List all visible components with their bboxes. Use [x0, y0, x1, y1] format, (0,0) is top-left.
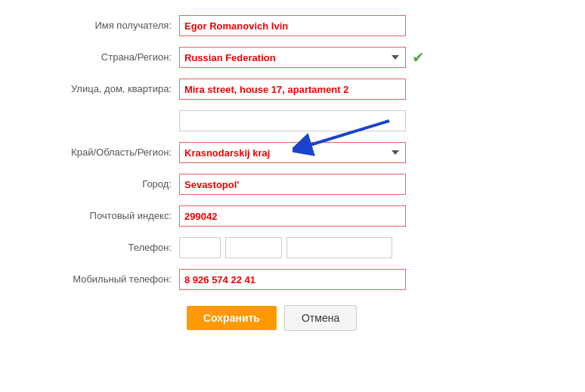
mobile-field [179, 269, 527, 290]
street-row: Улица, дом, квартира: [58, 79, 527, 100]
region-row: Край/Область/Регион: Krasnodarskij kraj [58, 142, 527, 163]
city-row: Город: [58, 174, 527, 195]
country-field: Russian Federation ✔ [179, 47, 527, 68]
phone-input-3[interactable] [286, 237, 392, 258]
zip-row: Почтовый индекс: [58, 205, 527, 227]
phone-input-1[interactable] [179, 237, 221, 258]
zip-input[interactable] [179, 205, 406, 227]
phone-field [179, 237, 527, 258]
mobile-row: Мобильный телефон: [58, 269, 527, 290]
svg-line-1 [300, 121, 389, 148]
arrow-indicator [292, 119, 391, 157]
mobile-label: Мобильный телефон: [58, 273, 179, 286]
region-label: Край/Область/Регион: [58, 147, 179, 159]
phone-label: Телефон: [58, 242, 179, 255]
country-row: Страна/Регион: Russian Federation ✔ [58, 47, 527, 68]
zip-label: Почтовый индекс: [58, 210, 179, 223]
country-label: Страна/Регион: [58, 51, 179, 64]
address-form: Имя получателя: Страна/Регион: Russian F… [58, 15, 527, 331]
city-field [179, 174, 527, 195]
street-input[interactable] [179, 79, 406, 100]
recipient-label: Имя получателя: [58, 20, 179, 32]
city-label: Город: [58, 178, 179, 191]
country-select[interactable]: Russian Federation [179, 47, 406, 68]
buttons-row: Сохранить Отмена [58, 305, 527, 331]
street-label: Улица, дом, квартира: [58, 83, 179, 96]
phone-input-2[interactable] [225, 237, 282, 258]
recipient-field [179, 15, 527, 36]
save-button[interactable]: Сохранить [187, 306, 277, 330]
recipient-row: Имя получателя: [58, 15, 527, 36]
recipient-input[interactable] [179, 15, 406, 36]
cancel-button[interactable]: Отмена [284, 305, 357, 331]
mobile-input[interactable] [179, 269, 406, 290]
phone-row: Телефон: [58, 237, 527, 258]
checkmark-icon: ✔ [412, 48, 425, 66]
street-field [179, 79, 527, 100]
zip-field [179, 205, 527, 227]
city-input[interactable] [179, 174, 406, 195]
